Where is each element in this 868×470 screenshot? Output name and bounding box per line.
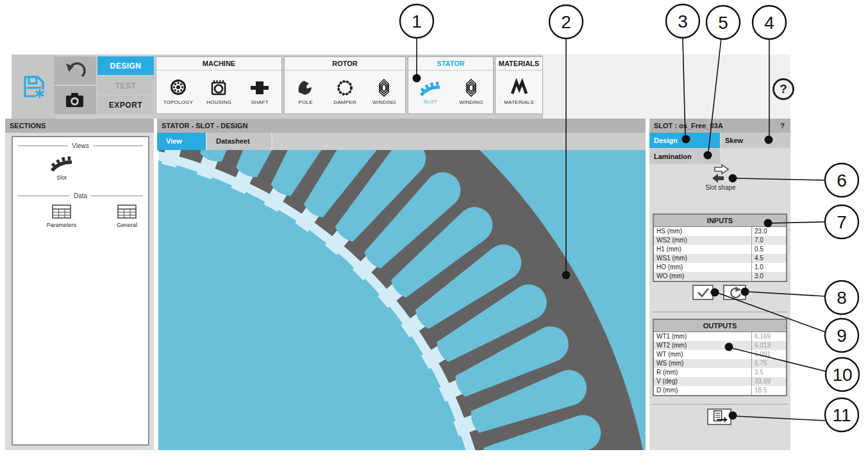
slot-panel-titlebar: SLOT : os_Free_03A ? — [649, 119, 790, 133]
callout-number-2: 2 — [561, 12, 571, 32]
apply-button[interactable] — [692, 285, 714, 300]
slot-icon — [419, 79, 441, 97]
toolbar-background-right — [543, 55, 790, 119]
stator-winding-button[interactable]: WINDING — [455, 78, 488, 105]
topology-button[interactable]: TOPOLOGY — [162, 78, 195, 105]
undo-button[interactable] — [54, 56, 96, 85]
group-title-machine: MACHINE — [156, 57, 281, 71]
general-label: General — [117, 222, 137, 228]
inputs-table-title: INPUTS — [654, 215, 786, 227]
toolbar-group-rotor: ROTOR POLE DAMPER — [284, 56, 406, 114]
table-row: V (deg)33.69 — [654, 377, 786, 386]
shaft-button[interactable]: SHAFT — [243, 78, 276, 105]
views-label: Views — [68, 142, 93, 149]
reset-button[interactable] — [723, 285, 746, 300]
export-document-icon — [710, 409, 729, 424]
winding-icon — [374, 78, 394, 97]
reset-icon — [728, 286, 742, 299]
materials-label: MATERIALS — [504, 99, 534, 105]
tab-lamination[interactable]: Lamination — [649, 149, 720, 164]
toolbar-group-materials: MATERIALS MATERIALS — [495, 56, 543, 114]
slot-icon — [49, 154, 74, 172]
table-row: WS1 (mm)4.5 — [654, 254, 786, 263]
topology-icon — [168, 78, 188, 97]
main-view-title: STATOR - SLOT - DESIGN — [157, 119, 646, 133]
stator-lamination-graphic — [158, 150, 646, 450]
materials-button[interactable]: MATERIALS — [503, 78, 536, 105]
stator-cross-section-view[interactable] — [158, 150, 646, 450]
table-row: HS (mm)23.0 — [654, 227, 786, 236]
shaft-icon — [249, 78, 270, 97]
winding-icon — [462, 78, 481, 97]
table-icon — [51, 204, 72, 219]
design-button[interactable]: DESIGN — [97, 56, 154, 75]
main-tab-bar: View Datasheet — [157, 133, 646, 150]
panel-help-icon[interactable]: ? — [780, 119, 785, 133]
divider — [653, 404, 787, 405]
slot-shape-button[interactable]: Slot shape — [702, 164, 739, 193]
table-row: R (mm)3.5 — [654, 368, 786, 377]
stator-slot-button[interactable]: SLOT — [413, 79, 447, 105]
inputs-table: INPUTS HS (mm)23.0 WS2 (mm)7.0 H1 (mm)0.… — [653, 214, 787, 282]
sidebar-item-slot-view[interactable]: Slot — [38, 154, 85, 181]
pole-icon — [296, 78, 315, 97]
undo-icon — [64, 61, 86, 80]
table-row: WT2 (mm)6.013 — [654, 341, 786, 350]
slot-shape-icon — [710, 164, 731, 183]
stator-slot-label: SLOT — [423, 99, 437, 105]
housing-button[interactable]: HOUSING — [202, 78, 235, 105]
toolbar-group-machine: MACHINE TOPOLOGY — [156, 56, 282, 114]
materials-icon — [510, 78, 529, 97]
help-question-mark: ? — [780, 82, 787, 96]
housing-icon — [208, 78, 229, 97]
help-button[interactable]: ? — [772, 78, 794, 100]
checkmark-icon — [696, 286, 711, 299]
table-row: WS2 (mm)7.0 — [654, 236, 786, 245]
parameters-label: Parameters — [47, 222, 77, 228]
outputs-table-title: OUTPUTS — [654, 320, 786, 332]
callout-number-6: 6 — [837, 171, 847, 190]
data-label: Data — [70, 192, 91, 199]
damper-button[interactable]: DAMPER — [328, 78, 362, 105]
group-title-rotor: ROTOR — [285, 57, 405, 71]
save-icon — [20, 72, 48, 101]
callout-number-3: 3 — [678, 12, 688, 31]
callout-number-8: 8 — [837, 288, 847, 308]
housing-label: HOUSING — [206, 99, 231, 105]
sections-panel-title: SECTIONS — [5, 119, 154, 133]
pole-button[interactable]: POLE — [289, 78, 322, 105]
sidebar-item-parameters[interactable]: Parameters — [29, 204, 94, 228]
slot-view-label: Slot — [56, 174, 67, 181]
tab-view[interactable]: View — [157, 133, 207, 150]
outputs-table: OUTPUTS WT1 (mm)6.169 WT2 (mm)6.013 WT (… — [653, 319, 787, 396]
sidebar-item-general[interactable]: General — [95, 204, 159, 228]
damper-icon — [335, 78, 355, 97]
data-separator: Data — [18, 192, 143, 199]
pole-label: POLE — [299, 99, 313, 105]
group-title-stator: STATOR — [408, 57, 493, 71]
callout-number-4: 4 — [764, 13, 774, 33]
tab-design[interactable]: Design — [649, 133, 720, 148]
group-title-materials: MATERIALS — [496, 57, 542, 71]
camera-button[interactable] — [54, 86, 96, 114]
toolbar-group-stator: STATOR SLOT WINDING — [408, 56, 494, 114]
application-window: DESIGN TEST EXPORT MACHINE TOPOLOGY — [0, 0, 868, 470]
export-slot-button[interactable] — [707, 408, 731, 425]
camera-icon — [64, 90, 86, 110]
callout-number-9: 9 — [837, 326, 847, 346]
test-button[interactable]: TEST — [97, 76, 154, 95]
tab-skew[interactable]: Skew — [721, 133, 790, 148]
save-button[interactable] — [12, 55, 56, 119]
table-row: WO (mm)3.0 — [654, 272, 786, 281]
table-row: WS (mm)5.75 — [654, 359, 786, 368]
tab-datasheet[interactable]: Datasheet — [207, 133, 272, 150]
rotor-winding-label: WINDING — [372, 99, 396, 105]
rotor-winding-button[interactable]: WINDING — [367, 78, 401, 105]
topology-label: TOPOLOGY — [163, 99, 193, 105]
table-row: D (mm)18.5 — [654, 386, 786, 395]
divider — [653, 312, 787, 312]
callout-number-5: 5 — [718, 13, 728, 33]
sections-box: Views Slot Data Parameters — [12, 136, 149, 446]
export-button[interactable]: EXPORT — [97, 96, 154, 114]
shaft-label: SHAFT — [251, 99, 269, 105]
